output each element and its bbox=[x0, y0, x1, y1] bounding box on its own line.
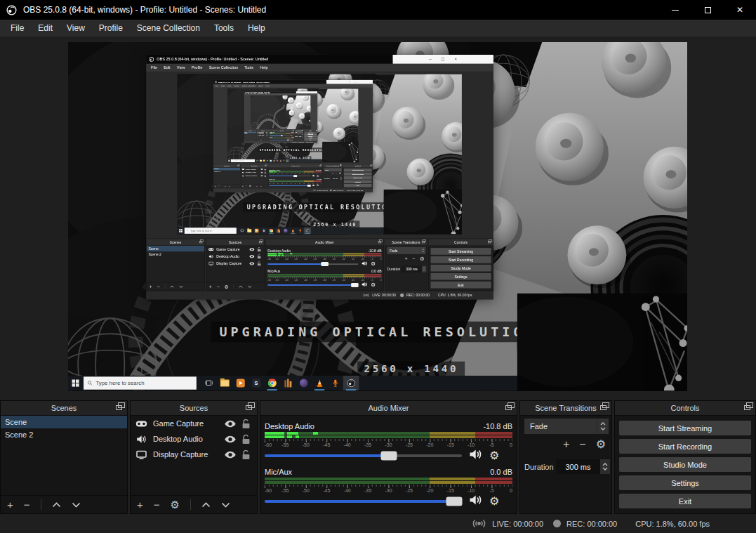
menu-item-tools[interactable]: Tools bbox=[257, 84, 264, 88]
volume-slider-handle[interactable] bbox=[281, 135, 282, 136]
scene-list-item[interactable]: Scene bbox=[147, 246, 205, 251]
source-list-item[interactable]: Display Capture bbox=[206, 260, 265, 267]
add-scene-button[interactable]: + bbox=[215, 185, 216, 187]
remove-scene-button[interactable]: − bbox=[24, 499, 30, 510]
lock-icon[interactable] bbox=[241, 434, 251, 445]
scene-list-item[interactable]: Scene bbox=[1, 416, 127, 428]
visibility-eye-icon[interactable] bbox=[266, 135, 267, 136]
add-scene-button[interactable]: + bbox=[7, 499, 13, 510]
transition-properties-button[interactable]: ⚙ bbox=[420, 256, 425, 261]
popout-icon[interactable] bbox=[116, 405, 122, 410]
source-list-item[interactable]: Display Capture bbox=[131, 447, 257, 462]
menu-item-view[interactable]: View bbox=[173, 64, 188, 72]
source-list-item[interactable]: Game Capture bbox=[206, 246, 265, 253]
menu-item-profile[interactable]: Profile bbox=[188, 64, 206, 72]
popout-icon[interactable] bbox=[238, 165, 239, 166]
popout-icon[interactable] bbox=[340, 165, 341, 166]
add-source-button[interactable]: + bbox=[209, 284, 212, 289]
mixer-gear-icon[interactable]: ⚙ bbox=[317, 185, 319, 187]
minimize-button[interactable] bbox=[659, 0, 691, 20]
transition-select[interactable]: Fade bbox=[524, 419, 609, 434]
lock-icon[interactable] bbox=[264, 168, 266, 170]
preview-canvas[interactable]: UPGRADING OPTICAL RESOLUTION2560 x 1440 … bbox=[227, 88, 358, 162]
transition-select[interactable]: Fade bbox=[324, 168, 341, 171]
preview-canvas[interactable] bbox=[251, 96, 311, 129]
duration-stepper[interactable] bbox=[422, 265, 426, 272]
remove-scene-button[interactable]: − bbox=[218, 185, 220, 187]
scene-list-item[interactable]: Scene 2 bbox=[213, 170, 240, 173]
start-streaming-button[interactable]: Start Streaming bbox=[430, 248, 491, 255]
remove-source-button[interactable]: − bbox=[246, 185, 247, 187]
preview-canvas[interactable]: UPGRADING OPTICAL RESOLUTION2560 x 1440 … bbox=[68, 42, 687, 391]
visibility-eye-icon[interactable] bbox=[225, 435, 236, 443]
lock-icon[interactable] bbox=[241, 419, 251, 429]
volume-slider-handle[interactable] bbox=[287, 140, 289, 140]
volume-slider-handle[interactable] bbox=[293, 175, 297, 177]
visibility-eye-icon[interactable] bbox=[260, 175, 263, 176]
source-list-item[interactable]: Desktop Audio bbox=[131, 431, 257, 447]
scene-down-button[interactable] bbox=[228, 185, 230, 187]
remove-scene-button[interactable]: − bbox=[157, 284, 160, 289]
volume-slider-handle[interactable] bbox=[351, 283, 359, 287]
mute-speaker-icon[interactable] bbox=[312, 174, 315, 177]
popout-icon[interactable] bbox=[600, 405, 606, 410]
scene-list-item[interactable]: Scene 2 bbox=[244, 133, 256, 134]
add-transition-button[interactable]: + bbox=[563, 439, 569, 450]
exit-button[interactable]: Exit bbox=[344, 184, 372, 187]
mixer-gear-icon[interactable]: ⚙ bbox=[489, 496, 499, 507]
transition-select-arrows[interactable] bbox=[597, 419, 609, 434]
start-recording-button[interactable]: Start Recording bbox=[344, 173, 372, 176]
mute-speaker-icon[interactable] bbox=[469, 449, 482, 463]
visibility-eye-icon[interactable] bbox=[225, 451, 236, 459]
exit-button[interactable]: Exit bbox=[619, 494, 751, 508]
source-down-button[interactable] bbox=[260, 185, 262, 187]
remove-source-button[interactable]: − bbox=[217, 284, 220, 289]
volume-slider-handle[interactable] bbox=[446, 496, 462, 506]
scene-down-button[interactable] bbox=[179, 285, 183, 288]
menu-item-help[interactable]: Help bbox=[241, 20, 272, 37]
duration-stepper[interactable] bbox=[340, 177, 342, 180]
start-recording-button[interactable]: Start Recording bbox=[619, 439, 751, 454]
visibility-eye-icon[interactable] bbox=[260, 169, 263, 170]
add-source-button[interactable]: + bbox=[137, 499, 143, 510]
scene-list-item[interactable]: Scene 2 bbox=[147, 251, 205, 257]
menu-item-tools[interactable]: Tools bbox=[207, 20, 241, 37]
scene-up-button[interactable] bbox=[170, 285, 174, 288]
lock-icon[interactable] bbox=[257, 254, 261, 259]
transition-properties-button[interactable]: ⚙ bbox=[339, 173, 341, 175]
source-down-button[interactable] bbox=[221, 502, 230, 508]
menu-item-scene-collection[interactable]: Scene Collection bbox=[257, 93, 265, 95]
mixer-gear-icon[interactable]: ⚙ bbox=[291, 140, 292, 141]
menu-item-edit[interactable]: Edit bbox=[161, 64, 174, 72]
menu-item-profile[interactable]: Profile bbox=[92, 20, 130, 37]
studio-mode-button[interactable]: Studio Mode bbox=[619, 457, 751, 472]
scene-up-button[interactable] bbox=[52, 502, 61, 508]
settings-button[interactable]: Settings bbox=[430, 273, 491, 280]
menu-item-edit[interactable]: Edit bbox=[31, 20, 60, 37]
transition-select-arrows[interactable] bbox=[420, 247, 426, 254]
duration-input[interactable]: 300 ms bbox=[556, 459, 600, 474]
start-streaming-button[interactable]: Start Streaming bbox=[619, 421, 751, 435]
popout-icon[interactable] bbox=[505, 405, 512, 410]
menu-item-edit[interactable]: Edit bbox=[220, 84, 226, 88]
scene-down-button[interactable] bbox=[72, 502, 81, 508]
visibility-eye-icon[interactable] bbox=[260, 171, 263, 173]
transition-properties-button[interactable]: ⚙ bbox=[596, 439, 606, 450]
scene-up-button[interactable] bbox=[249, 140, 250, 140]
lock-icon[interactable] bbox=[241, 449, 251, 460]
source-down-button[interactable] bbox=[248, 285, 252, 288]
volume-slider[interactable] bbox=[269, 176, 310, 176]
source-up-button[interactable] bbox=[256, 185, 258, 187]
lock-icon[interactable] bbox=[264, 175, 266, 177]
transition-properties-button[interactable]: ⚙ bbox=[302, 134, 303, 136]
menu-item-help[interactable]: Help bbox=[264, 84, 270, 88]
studio-mode-button[interactable]: Studio Mode bbox=[344, 176, 372, 179]
source-up-button[interactable] bbox=[239, 285, 243, 288]
volume-slider[interactable] bbox=[265, 454, 462, 457]
menu-item-file[interactable]: File bbox=[214, 84, 220, 88]
menu-item-view[interactable]: View bbox=[226, 84, 233, 88]
visibility-eye-icon[interactable] bbox=[266, 133, 267, 134]
popout-icon[interactable] bbox=[199, 241, 202, 243]
popout-icon[interactable] bbox=[259, 241, 262, 243]
source-down-button[interactable] bbox=[265, 140, 266, 140]
